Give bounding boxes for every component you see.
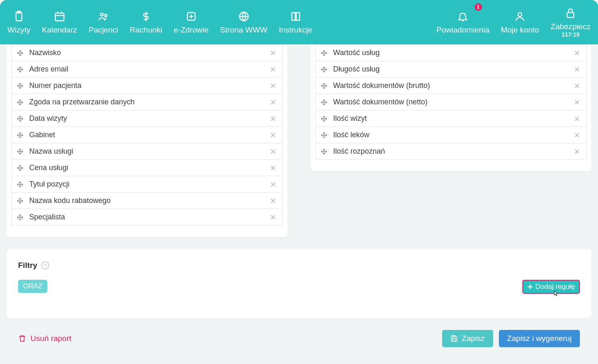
field-item[interactable]: Cena usługi [12, 160, 283, 176]
remove-icon[interactable] [269, 147, 277, 156]
users-icon [97, 10, 110, 23]
drag-icon [17, 132, 23, 138]
field-item[interactable]: Wartość dokumentów (netto) [315, 94, 586, 111]
action-buttons-group: Zapisz Zapisz i wygeneruj [442, 330, 580, 347]
user-icon [513, 10, 526, 23]
field-item[interactable]: Tytuł pozycji [12, 176, 283, 193]
remove-icon[interactable] [573, 82, 581, 90]
remove-icon[interactable] [573, 115, 581, 123]
field-label: Nazwa usługi [29, 147, 269, 156]
field-label: Zgoda na przetwarzanie danych [29, 98, 269, 106]
drag-icon [321, 115, 327, 122]
lock-icon [564, 7, 577, 20]
field-item[interactable]: Ilość rozpoznań [315, 143, 586, 160]
field-label: Numer pacjenta [29, 81, 269, 90]
field-label: Data wizyty [29, 114, 269, 123]
remove-icon[interactable] [269, 98, 277, 106]
drag-icon [321, 132, 327, 138]
field-item[interactable]: Gabinet [12, 127, 283, 143]
globe-icon [237, 10, 250, 23]
nav-kalendarz[interactable]: Kalendarz [36, 0, 83, 44]
remove-icon[interactable] [269, 131, 277, 139]
field-label: Adres email [29, 65, 269, 74]
remove-icon[interactable] [269, 49, 277, 57]
help-icon[interactable]: ? [41, 261, 49, 270]
save-icon [450, 335, 458, 342]
field-item[interactable]: Wartość dokumentów (brutto) [315, 78, 586, 94]
nav-rachunki[interactable]: Rachunki [124, 0, 168, 44]
right-fields-panel: Wartość usług Długość usług Wartość doku… [311, 44, 591, 171]
remove-icon[interactable] [269, 82, 277, 90]
remove-icon[interactable] [573, 147, 581, 156]
nav-label: Instrukcje [279, 25, 312, 35]
remove-icon[interactable] [269, 180, 277, 189]
field-item[interactable]: Numer pacjenta [12, 78, 283, 94]
nav-wizyty[interactable]: Wizyty [2, 0, 36, 44]
field-item[interactable]: Zgoda na przetwarzanie danych [12, 94, 283, 111]
nav-powiadomienia[interactable]: 1 Powiadomienia [431, 0, 495, 44]
left-column: Nazwisko Adres email Numer pacjenta Zgod… [7, 44, 287, 237]
columns-container: Nazwisko Adres email Numer pacjenta Zgod… [7, 44, 591, 237]
remove-icon[interactable] [573, 65, 581, 74]
field-label: Wartość dokumentów (netto) [333, 98, 573, 106]
svg-rect-15 [567, 13, 574, 18]
drag-icon [321, 83, 327, 89]
field-item[interactable]: Ilość wizyt [315, 111, 586, 127]
field-item[interactable]: Nazwa usługi [12, 143, 283, 160]
remove-icon[interactable] [269, 213, 277, 221]
nav-label: Strona WWW [220, 25, 267, 35]
notification-badge: 1 [475, 3, 482, 11]
remove-icon[interactable] [573, 98, 581, 106]
save-generate-button[interactable]: Zapisz i wygeneruj [499, 330, 580, 347]
add-rule-button[interactable]: Dodaj regułę [522, 280, 580, 294]
nav-zabezpiecz[interactable]: Zabezpiecz 117:15 [545, 0, 596, 44]
field-item[interactable]: Nazwisko [12, 44, 283, 61]
nav-moje-konto[interactable]: Moje konto [495, 0, 545, 44]
field-item[interactable]: Nazwa kodu rabatowego [12, 193, 283, 209]
remove-icon[interactable] [573, 131, 581, 139]
field-label: Ilość rozpoznań [333, 147, 573, 156]
field-item[interactable]: Wartość usług [315, 44, 586, 61]
field-label: Ilość leków [333, 131, 573, 139]
nav-label: Powiadomienia [436, 25, 489, 35]
field-item[interactable]: Długość usług [315, 61, 586, 78]
nav-label: Kalendarz [42, 25, 77, 35]
remove-icon[interactable] [269, 115, 277, 123]
field-label: Cena usługi [29, 164, 269, 172]
field-label: Nazwisko [29, 48, 269, 57]
filters-title: Filtry [18, 261, 37, 270]
delete-report-button[interactable]: Usuń raport [18, 334, 71, 343]
bell-icon [456, 10, 469, 23]
remove-icon[interactable] [573, 49, 581, 57]
nav-strona-www[interactable]: Strona WWW [214, 0, 273, 44]
oraz-button[interactable]: ORAZ [18, 280, 47, 293]
field-item[interactable]: Ilość leków [315, 127, 586, 143]
svg-point-14 [518, 13, 522, 16]
security-timer: 117:15 [562, 31, 580, 38]
nav-label: Pacjenci [89, 25, 118, 35]
remove-icon[interactable] [269, 65, 277, 74]
bottom-action-bar: Usuń raport Zapisz Zapisz i wygeneruj [7, 318, 591, 355]
svg-rect-52 [452, 339, 456, 341]
drag-icon [321, 66, 327, 73]
nav-right-group: 1 Powiadomienia Moje konto Zabezpiecz 11… [431, 0, 596, 44]
field-item[interactable]: Specjalista [12, 209, 283, 226]
nav-label: Rachunki [130, 25, 162, 35]
nav-label: e-Zdrowie [174, 25, 209, 35]
main-content: Nazwisko Adres email Numer pacjenta Zgod… [0, 44, 598, 318]
plus-icon [527, 284, 533, 290]
remove-icon[interactable] [269, 164, 277, 172]
field-item[interactable]: Data wizyty [12, 111, 283, 127]
remove-icon[interactable] [269, 197, 277, 205]
field-label: Gabinet [29, 131, 269, 139]
nav-pacjenci[interactable]: Pacjenci [83, 0, 124, 44]
drag-icon [17, 66, 23, 73]
field-item[interactable]: Adres email [12, 61, 283, 78]
drag-icon [17, 198, 23, 204]
nav-instrukcje[interactable]: Instrukcje [273, 0, 318, 44]
nav-label: Wizyty [7, 25, 30, 35]
book-icon [289, 10, 302, 23]
svg-point-7 [104, 14, 107, 17]
save-button[interactable]: Zapisz [442, 330, 493, 347]
nav-ezdrowie[interactable]: e-Zdrowie [168, 0, 214, 44]
